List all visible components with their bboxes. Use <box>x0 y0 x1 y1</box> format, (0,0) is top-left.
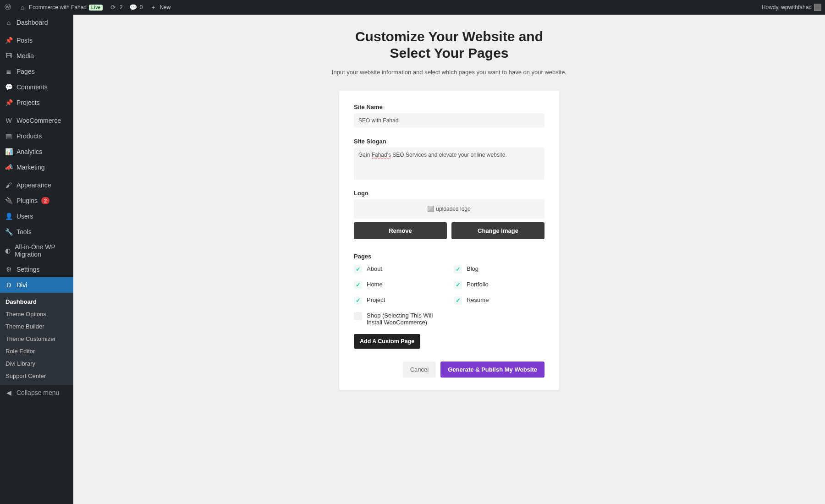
page-checkbox[interactable] <box>454 296 462 305</box>
page-option-home: Home <box>354 281 445 289</box>
collapse-icon: ◀ <box>5 389 13 397</box>
comments-icon: 💬 <box>5 83 13 91</box>
logo-label: Logo <box>354 190 544 197</box>
sidebar-item-tools[interactable]: 🔧Tools <box>0 224 73 240</box>
page-checkbox[interactable] <box>454 281 462 289</box>
submenu-item-theme-customizer[interactable]: Theme Customizer <box>0 333 73 345</box>
page-option-shop: Shop (Selecting This Will Install WooCom… <box>354 312 445 326</box>
submenu-item-dashboard[interactable]: Dashboard <box>0 296 73 308</box>
products-icon: ▤ <box>5 132 13 140</box>
cancel-button[interactable]: Cancel <box>403 362 436 378</box>
sidebar-item-projects[interactable]: 📌Projects <box>0 95 73 110</box>
generate-publish-button[interactable]: Generate & Publish My Website <box>440 362 544 378</box>
admin-topbar: ⓦ ⌂ Ecommerce with Fahad Live ⟳ 2 💬 0 + … <box>0 0 825 15</box>
page-label: About <box>367 265 382 272</box>
howdy-text: Howdy, wpwithfahad <box>762 4 812 11</box>
logo-preview: uploaded logo <box>354 199 544 219</box>
sidebar-item-woocommerce[interactable]: WWooCommerce <box>0 113 73 128</box>
sidebar-item-posts[interactable]: 📌Posts <box>0 33 73 48</box>
sidebar-item-label: Settings <box>16 266 40 273</box>
site-name-input[interactable] <box>354 113 544 128</box>
page-checkbox[interactable] <box>354 312 362 320</box>
sidebar-item-all-in-one-wp-migration[interactable]: ◐All-in-One WP Migration <box>0 240 73 262</box>
pin-icon: 📌 <box>5 36 13 44</box>
sidebar-item-label: Appearance <box>16 181 51 189</box>
sidebar-item-analytics[interactable]: 📊Analytics <box>0 144 73 159</box>
update-badge: 2 <box>41 197 50 204</box>
page-label: Shop (Selecting This Will Install WooCom… <box>367 312 445 326</box>
divi-submenu: DashboardTheme OptionsTheme BuilderTheme… <box>0 293 73 385</box>
wordpress-logo[interactable]: ⓦ <box>4 3 12 11</box>
sidebar-item-comments[interactable]: 💬Comments <box>0 79 73 95</box>
site-link[interactable]: ⌂ Ecommerce with Fahad Live <box>18 3 103 11</box>
admin-sidebar: ⌂Dashboard📌Posts🎞Media≣Pages💬Comments📌Pr… <box>0 15 73 409</box>
sidebar-item-settings[interactable]: ⚙Settings <box>0 262 73 277</box>
broken-image-icon <box>428 206 434 212</box>
change-image-button[interactable]: Change Image <box>451 222 544 239</box>
page-option-project: Project <box>354 296 445 305</box>
page-checkbox[interactable] <box>454 265 462 274</box>
updates-count: 2 <box>120 4 123 11</box>
howdy-link[interactable]: Howdy, wpwithfahad <box>762 4 821 11</box>
page-label: Home <box>367 281 383 288</box>
sidebar-item-divi[interactable]: DDivi <box>0 277 73 293</box>
woo-icon: W <box>5 116 13 125</box>
brush-icon: 🖌 <box>5 181 13 189</box>
page-label: Portfolio <box>467 281 489 288</box>
page-checkbox[interactable] <box>354 296 362 305</box>
sidebar-item-label: Plugins <box>16 197 38 204</box>
updates-link[interactable]: ⟳ 2 <box>109 3 123 11</box>
analytics-icon: 📊 <box>5 148 13 156</box>
migration-icon: ◐ <box>5 247 11 255</box>
sidebar-item-users[interactable]: 👤Users <box>0 208 73 224</box>
add-custom-page-button[interactable]: Add A Custom Page <box>354 334 420 349</box>
sidebar-item-dashboard[interactable]: ⌂Dashboard <box>0 15 73 30</box>
submenu-item-divi-library[interactable]: Divi Library <box>0 357 73 370</box>
sidebar-item-plugins[interactable]: 🔌Plugins2 <box>0 193 73 208</box>
remove-logo-button[interactable]: Remove <box>354 222 447 239</box>
sidebar-item-label: Divi <box>16 281 27 289</box>
page-option-resume: Resume <box>454 296 544 305</box>
submenu-item-role-editor[interactable]: Role Editor <box>0 345 73 357</box>
settings-icon: ⚙ <box>5 265 13 274</box>
home-icon: ⌂ <box>18 3 27 11</box>
sidebar-item-label: Dashboard <box>16 19 48 26</box>
sidebar-item-label: Pages <box>16 68 35 75</box>
sidebar-item-label: Comments <box>16 83 48 91</box>
sidebar-item-label: Projects <box>16 99 40 106</box>
sidebar-item-pages[interactable]: ≣Pages <box>0 64 73 79</box>
page-option-about: About <box>354 265 445 274</box>
sidebar-item-products[interactable]: ▤Products <box>0 128 73 144</box>
pin-icon: 📌 <box>5 99 13 107</box>
sidebar-item-marketing[interactable]: 📣Marketing <box>0 159 73 175</box>
collapse-menu[interactable]: ◀ Collapse menu <box>0 385 73 400</box>
collapse-label: Collapse menu <box>16 389 59 396</box>
users-icon: 👤 <box>5 212 13 220</box>
site-name: Ecommerce with Fahad <box>29 4 87 11</box>
comments-count: 0 <box>140 4 143 11</box>
sidebar-item-label: Media <box>16 52 34 60</box>
tools-icon: 🔧 <box>5 228 13 236</box>
submenu-item-theme-builder[interactable]: Theme Builder <box>0 320 73 333</box>
page-checkbox[interactable] <box>354 265 362 274</box>
plus-icon: + <box>149 3 157 11</box>
divi-icon: D <box>5 281 13 289</box>
new-link[interactable]: + New <box>149 3 170 11</box>
sidebar-item-label: Posts <box>16 37 33 44</box>
sidebar-item-media[interactable]: 🎞Media <box>0 48 73 64</box>
live-badge: Live <box>89 5 103 11</box>
main-content: Customize Your Website and Select Your P… <box>73 15 825 409</box>
submenu-item-support-center[interactable]: Support Center <box>0 370 73 382</box>
page-checkbox[interactable] <box>354 281 362 289</box>
submenu-item-theme-options[interactable]: Theme Options <box>0 308 73 320</box>
wordpress-icon: ⓦ <box>4 3 12 11</box>
sidebar-item-appearance[interactable]: 🖌Appearance <box>0 177 73 193</box>
avatar <box>814 4 821 11</box>
page-title: Customize Your Website and Select Your P… <box>82 28 816 61</box>
page-option-portfolio: Portfolio <box>454 281 544 289</box>
page-label: Blog <box>467 265 478 272</box>
slogan-input[interactable]: Gain Fahad's SEO Services and elevate yo… <box>354 148 544 180</box>
page-subtitle: Input your website information and selec… <box>82 68 816 77</box>
sidebar-item-label: Users <box>16 213 33 220</box>
comments-link[interactable]: 💬 0 <box>129 3 143 11</box>
